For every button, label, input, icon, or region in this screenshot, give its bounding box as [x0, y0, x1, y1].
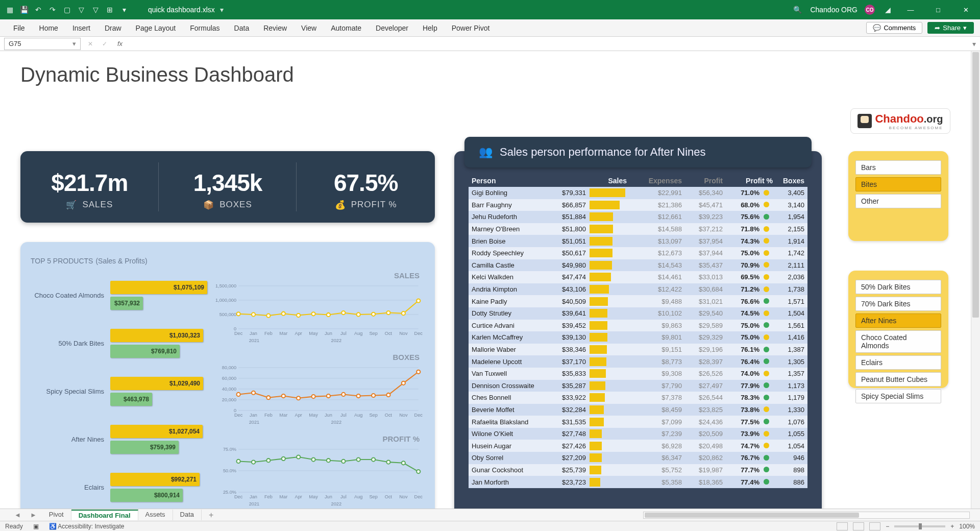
svg-text:Mar: Mar	[279, 494, 287, 499]
avatar[interactable]: CO	[865, 5, 875, 15]
sheet-nav-prev[interactable]: ◄	[10, 511, 25, 519]
close-button[interactable]: ✕	[955, 2, 976, 17]
status-dot-icon	[764, 214, 769, 220]
svg-point-86	[327, 458, 330, 462]
zoom-in-button[interactable]: +	[950, 523, 954, 530]
slicer-item[interactable]: Peanut Butter Cubes	[855, 372, 941, 387]
svg-point-55	[372, 394, 375, 397]
svg-text:Apr: Apr	[295, 331, 302, 336]
slicer-item[interactable]: After Nines	[855, 313, 941, 328]
slicer-item[interactable]: Eclairs	[855, 355, 941, 370]
svg-text:Aug: Aug	[354, 331, 362, 336]
enter-formula-icon[interactable]: ✓	[100, 40, 109, 47]
slicer-category[interactable]: BarsBitesOther	[848, 151, 948, 241]
svg-text:Dec: Dec	[414, 413, 423, 418]
status-dot-icon	[764, 298, 769, 304]
status-accessibility[interactable]: ♿ Accessibility: Investigate	[49, 523, 125, 530]
ribbon-tab[interactable]: Draw	[97, 24, 129, 32]
formula-input[interactable]	[131, 38, 967, 50]
cancel-formula-icon[interactable]: ✕	[86, 40, 95, 47]
undo-icon[interactable]: ↶	[33, 4, 44, 15]
zoom-out-button[interactable]: −	[886, 523, 889, 530]
svg-text:Mar: Mar	[279, 331, 287, 336]
slicer-product[interactable]: 50% Dark Bites70% Dark BitesAfter NinesC…	[848, 271, 948, 388]
comments-button[interactable]: 💬 Comments	[866, 22, 922, 34]
ribbon-tab[interactable]: Power Pivot	[445, 24, 497, 32]
table-row: Van Tuxwell $35,833 $9,308 $26,526 74.0%…	[469, 368, 807, 380]
sheet-tab[interactable]: Pivot	[42, 510, 71, 520]
sheet-tab[interactable]: Assets	[138, 510, 173, 520]
ribbon-tab[interactable]: Review	[256, 24, 294, 32]
file-name[interactable]: quick dashboard.xlsx	[148, 6, 215, 14]
ribbon-tab[interactable]: Insert	[65, 24, 97, 32]
ribbon-tab[interactable]: Help	[415, 24, 445, 32]
slicer-item[interactable]: Bars	[855, 160, 941, 175]
slicer-item[interactable]: Other	[855, 194, 941, 208]
top5-panel: TOP 5 PRODUCTS (Sales & Profits) Choco C…	[20, 242, 435, 512]
dashboard-title: Dynamic Business Dashboard	[20, 63, 294, 86]
fx-icon[interactable]: fx	[114, 40, 126, 47]
status-dot-icon	[764, 382, 769, 388]
slicer-item[interactable]: Spicy Special Slims	[855, 389, 941, 403]
maximize-button[interactable]: □	[928, 2, 948, 17]
status-bar: Ready ▣ ♿ Accessibility: Investigate − +…	[0, 521, 980, 531]
svg-point-53	[341, 393, 345, 396]
add-sheet-button[interactable]: +	[203, 511, 219, 520]
ribbon-tab[interactable]: Developer	[369, 24, 415, 32]
slicer-item[interactable]: 50% Dark Bites	[855, 280, 941, 294]
qat-icon[interactable]: ⊞	[104, 4, 115, 15]
view-pagelayout-button[interactable]	[853, 522, 864, 530]
svg-text:20,000: 20,000	[222, 397, 236, 402]
zoom-level[interactable]: 100%	[959, 523, 975, 530]
slicer-item[interactable]: 70% Dark Bites	[855, 297, 941, 311]
view-pagebreak-button[interactable]	[869, 522, 880, 530]
status-dot-icon	[764, 406, 769, 412]
ribbon-tab[interactable]: Home	[32, 24, 65, 32]
search-icon[interactable]: 🔍	[792, 4, 803, 15]
svg-text:Jun: Jun	[325, 331, 332, 336]
slicer-item[interactable]: Choco Coated Almonds	[855, 330, 941, 353]
status-macro-icon[interactable]: ▣	[33, 523, 39, 530]
worksheet-canvas[interactable]: Dynamic Business Dashboard Chandoo.org B…	[0, 51, 970, 512]
svg-text:Apr: Apr	[295, 494, 302, 499]
ribbon-tab[interactable]: View	[294, 24, 324, 32]
minimize-button[interactable]: —	[900, 2, 921, 17]
sheet-tab[interactable]: Dashboard Final	[71, 510, 138, 520]
save-icon[interactable]: 💾	[18, 4, 30, 15]
ribbon-tab[interactable]: File	[6, 24, 32, 32]
svg-point-12	[297, 313, 300, 317]
svg-point-16	[357, 312, 360, 316]
slicer-item[interactable]: Bites	[855, 177, 941, 191]
svg-point-56	[386, 393, 390, 397]
profit-bar: $357,932	[110, 297, 143, 310]
sheet-nav-next[interactable]: ►	[26, 511, 41, 519]
ribbon-tab[interactable]: Page Layout	[129, 24, 183, 32]
horizontal-scrollbar[interactable]	[643, 512, 970, 519]
vertical-scrollbar[interactable]	[971, 51, 980, 509]
qat-icon[interactable]: ▢	[61, 4, 72, 15]
redo-icon[interactable]: ↷	[47, 4, 58, 15]
account-name[interactable]: Chandoo ORG	[810, 6, 857, 14]
qat-more-icon[interactable]: ▾	[118, 4, 130, 15]
name-box[interactable]: G75▾	[4, 38, 81, 50]
sheet-tab[interactable]: Data	[173, 510, 202, 520]
ribbon-tab[interactable]: Automate	[324, 24, 369, 32]
view-normal-button[interactable]	[837, 522, 848, 530]
chevron-down-icon[interactable]: ▾	[220, 6, 224, 14]
svg-text:80,000: 80,000	[222, 365, 236, 370]
svg-text:Jul: Jul	[340, 494, 347, 499]
brand-logo: Chandoo.org BECOME AWESOME	[850, 108, 950, 134]
ribbon-display-icon[interactable]: ◢	[882, 4, 893, 15]
share-button[interactable]: ➦ Share ▾	[927, 22, 974, 34]
zoom-slider[interactable]	[894, 525, 945, 527]
ribbon-tab[interactable]: Formulas	[183, 24, 227, 32]
product-label: Spicy Special Slims	[31, 388, 107, 395]
qat-icon[interactable]: ▽	[76, 4, 87, 15]
svg-text:May: May	[309, 331, 318, 336]
svg-point-88	[357, 457, 360, 461]
sales-bar: $1,030,323	[110, 329, 203, 342]
ribbon-tab[interactable]: Data	[227, 24, 257, 32]
qat-icon[interactable]: ▽	[90, 4, 101, 15]
status-dot-icon	[764, 467, 769, 472]
expand-formula-icon[interactable]: ▾	[972, 40, 976, 48]
